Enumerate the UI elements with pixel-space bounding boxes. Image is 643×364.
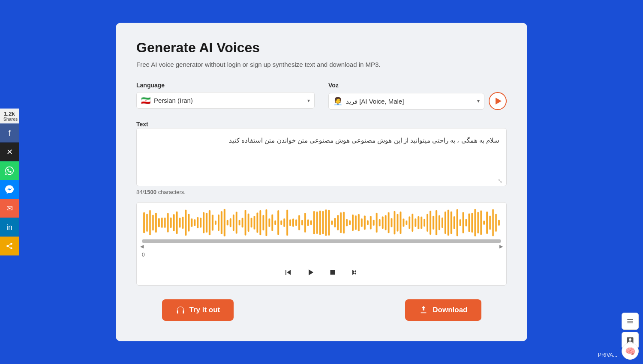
shares-label: Shares	[3, 117, 15, 122]
waveform-canvas	[137, 208, 506, 238]
char-max: 1500	[144, 189, 156, 195]
email-share-button[interactable]: ✉	[0, 199, 19, 218]
language-label: Language	[136, 82, 315, 89]
share-count-number: 1.2k	[4, 110, 15, 117]
ai-brain-icon[interactable]: 🧠	[622, 343, 639, 360]
download-button[interactable]: Download	[405, 299, 481, 321]
voz-group: Voz 🧑‍💼 فرید [AI Voice, Male] ▾	[328, 82, 507, 110]
voice-preview-play-button[interactable]	[489, 92, 507, 110]
whatsapp-share-button[interactable]	[0, 161, 19, 180]
voz-wrapper: 🧑‍💼 فرید [AI Voice, Male] ▾	[328, 92, 507, 110]
share-count: 1.2k Shares	[0, 109, 19, 124]
language-group: Language 🇮🇷 Persian (Iran) ▾	[136, 82, 315, 110]
time-display: 0	[142, 252, 145, 258]
language-select[interactable]: Persian (Iran)	[137, 92, 314, 108]
play-button[interactable]	[303, 265, 318, 280]
messenger-share-button[interactable]	[0, 180, 19, 199]
twitter-share-button[interactable]: ✕	[0, 143, 19, 161]
waveform-scrollbar[interactable]	[142, 239, 501, 243]
facebook-share-button[interactable]: f	[0, 124, 19, 143]
try-it-out-button[interactable]: Try it out	[162, 299, 234, 321]
linkedin-share-button[interactable]: in	[0, 218, 19, 237]
waveform-arrows: ◀ ▶	[137, 243, 506, 251]
page-title: Generate AI Voices	[136, 40, 507, 56]
bottom-actions: Try it out Download	[136, 299, 507, 321]
scroll-left-arrow: ◀	[140, 244, 144, 249]
text-section: Text سلام به همگی ، به راحتی میتوانید از…	[136, 120, 507, 195]
char-suffix: characters.	[156, 189, 186, 195]
form-row: Language 🇮🇷 Persian (Iran) ▾ Voz 🧑‍💼 فری…	[136, 82, 507, 110]
waveform-scrollbar-thumb	[142, 239, 501, 243]
try-label: Try it out	[189, 306, 220, 314]
waveform-container: ◀ ▶ 0	[136, 202, 507, 286]
privacy-button[interactable]: PRIVA...	[594, 350, 622, 360]
download-label: Download	[433, 306, 467, 314]
voz-select[interactable]: فرید [AI Voice, Male]	[329, 93, 484, 109]
char-current: 84	[136, 189, 142, 195]
rewind-button[interactable]	[280, 265, 296, 280]
textarea-resize-handle[interactable]: ⤡	[498, 177, 505, 184]
social-sidebar: 1.2k Shares f ✕ ✉ in	[0, 109, 19, 256]
scroll-right-arrow: ▶	[499, 244, 503, 249]
waveform-time: 0	[137, 251, 506, 261]
page-subtitle: Free AI voice generator without login or…	[136, 61, 507, 68]
language-select-wrapper: 🇮🇷 Persian (Iran) ▾	[136, 92, 315, 109]
player-controls	[137, 261, 506, 285]
play-triangle-icon	[496, 98, 502, 104]
main-card: Generate AI Voices Free AI voice generat…	[116, 23, 527, 341]
svg-rect-0	[331, 270, 335, 275]
share-button[interactable]	[0, 237, 19, 256]
download-icon	[419, 305, 428, 315]
char-count: 84/1500 characters.	[136, 189, 507, 195]
text-label: Text	[136, 121, 148, 128]
corner-widget-top[interactable]	[622, 313, 639, 330]
text-input[interactable]: سلام به همگی ، به راحتی میتوانید از این …	[137, 128, 506, 184]
voz-label: Voz	[328, 82, 507, 89]
waveform-scrollbar-area	[137, 239, 506, 243]
headphones-icon	[176, 305, 185, 315]
voice-person-icon: 🧑‍💼	[333, 96, 343, 106]
stop-button[interactable]	[325, 265, 340, 280]
voz-select-container: 🧑‍💼 فرید [AI Voice, Male] ▾	[328, 93, 484, 110]
text-area-wrapper: سلام به همگی ، به راحتی میتوانید از این …	[136, 128, 507, 186]
forward-button[interactable]	[347, 265, 363, 280]
